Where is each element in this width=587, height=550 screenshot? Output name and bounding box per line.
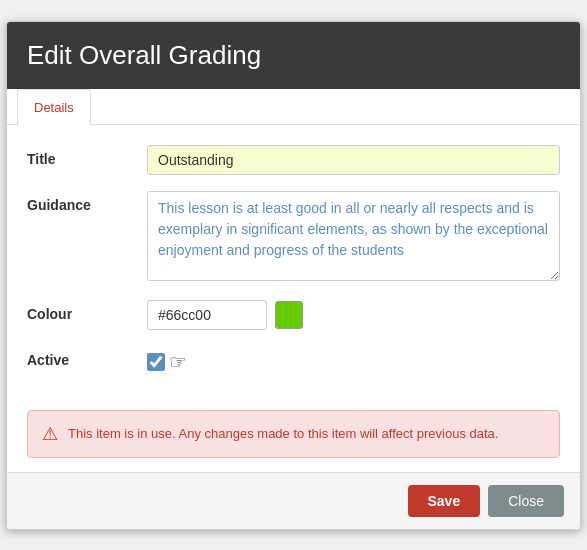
warning-text: This item is in use. Any changes made to… bbox=[68, 426, 498, 441]
active-row: Active ☞ bbox=[27, 346, 560, 374]
title-input[interactable] bbox=[147, 145, 560, 175]
guidance-textarea[interactable]: This lesson is at least good in all or n… bbox=[147, 191, 560, 281]
title-row: Title bbox=[27, 145, 560, 175]
colour-row: Colour bbox=[27, 300, 560, 330]
active-checkbox[interactable] bbox=[147, 353, 165, 371]
colour-label: Colour bbox=[27, 300, 147, 322]
colour-field bbox=[147, 300, 560, 330]
save-button[interactable]: Save bbox=[408, 485, 481, 517]
active-label: Active bbox=[27, 346, 147, 368]
colour-swatch[interactable] bbox=[275, 301, 303, 329]
guidance-row: Guidance This lesson is at least good in… bbox=[27, 191, 560, 284]
warning-banner: ⚠ This item is in use. Any changes made … bbox=[27, 410, 560, 458]
form-content: Title Guidance This lesson is at least g… bbox=[7, 125, 580, 400]
guidance-field: This lesson is at least good in all or n… bbox=[147, 191, 560, 284]
title-field bbox=[147, 145, 560, 175]
title-label: Title bbox=[27, 145, 147, 167]
tab-details[interactable]: Details bbox=[17, 89, 91, 125]
warning-icon: ⚠ bbox=[42, 423, 58, 445]
dialog-body: Details Title Guidance This lesson is at… bbox=[7, 89, 580, 458]
guidance-label: Guidance bbox=[27, 191, 147, 213]
tabs-bar: Details bbox=[7, 89, 580, 125]
close-button[interactable]: Close bbox=[488, 485, 564, 517]
edit-overall-grading-dialog: Edit Overall Grading Details Title Guida… bbox=[6, 21, 581, 530]
colour-hex-input[interactable] bbox=[147, 300, 267, 330]
dialog-title: Edit Overall Grading bbox=[27, 40, 560, 71]
dialog-footer: Save Close bbox=[7, 472, 580, 529]
active-field: ☞ bbox=[147, 346, 560, 374]
cursor-icon: ☞ bbox=[169, 350, 187, 374]
dialog-header: Edit Overall Grading bbox=[7, 22, 580, 89]
